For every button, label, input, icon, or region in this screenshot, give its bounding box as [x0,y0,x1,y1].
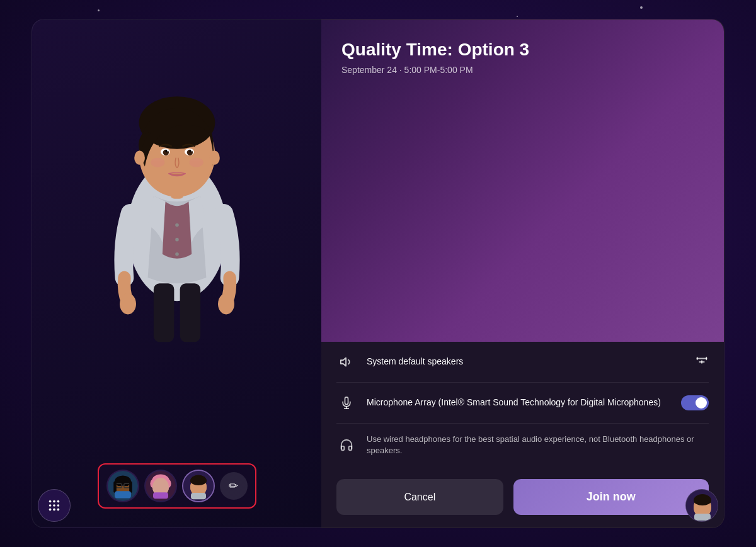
svg-point-62 [57,504,60,507]
action-buttons: Cancel Join now [321,466,724,527]
svg-point-61 [53,504,55,507]
event-title: Quality Time: Option 3 [341,40,704,60]
headphone-icon [336,435,357,455]
microphone-icon [336,393,357,413]
svg-point-18 [134,151,145,165]
svg-point-70 [694,495,711,505]
svg-rect-32 [115,491,131,498]
svg-point-14 [167,150,168,151]
avatar-thumb-2[interactable] [144,470,177,502]
svg-rect-39 [153,492,168,499]
right-panel: Quality Time: Option 3 September 24 · 5:… [321,19,724,528]
svg-point-2 [175,223,179,227]
event-date: September 24 · 5:00 PM-5:00 PM [341,65,704,75]
svg-point-64 [53,509,55,511]
avatar-thumb-1[interactable] [106,470,139,502]
svg-point-19 [209,151,220,165]
avatar-display [89,32,265,359]
avatar-scene [32,20,321,527]
microphone-toggle-container [681,395,709,410]
svg-point-4 [175,252,179,256]
svg-point-21 [218,293,234,314]
speaker-label: System default speakers [367,356,685,368]
svg-point-16 [151,158,164,167]
svg-point-65 [57,509,60,511]
microphone-toggle[interactable] [681,395,709,410]
svg-point-3 [175,238,179,242]
svg-point-20 [120,293,136,314]
microphone-label: Microphone Array (Intel® Smart Sound Tec… [367,397,671,409]
svg-point-63 [49,509,52,511]
cancel-button[interactable]: Cancel [336,479,503,515]
svg-point-59 [57,500,60,503]
apps-button[interactable] [38,489,71,522]
headphone-tip: Use wired headphones for the best spatia… [367,434,709,456]
user-avatar-button[interactable] [685,489,718,522]
svg-point-15 [191,150,192,151]
audio-settings: System default speakers [321,342,724,466]
edit-avatar-button[interactable]: ✏ [220,472,248,500]
main-container: ✏ Quality Time: Option 3 September 24 · … [32,19,724,528]
avatar-thumb-3[interactable] [182,470,215,502]
svg-rect-31 [129,482,132,493]
svg-point-44 [190,476,207,485]
microphone-row: Microphone Array (Intel® Smart Sound Tec… [336,383,709,424]
svg-rect-71 [694,514,711,521]
svg-marker-46 [341,358,346,366]
join-button[interactable]: Join now [513,479,709,515]
avatar-selector: ✏ [98,463,256,509]
speaker-filter[interactable] [695,355,709,369]
left-panel: ✏ [32,19,321,528]
svg-point-57 [49,500,52,503]
svg-rect-22 [153,283,174,342]
svg-point-60 [49,504,52,507]
speaker-row: System default speakers [336,342,709,383]
speaker-icon [336,352,357,372]
svg-rect-30 [113,482,117,493]
svg-rect-45 [191,493,206,499]
svg-point-17 [189,158,203,167]
event-info: Quality Time: Option 3 September 24 · 5:… [321,20,724,342]
svg-rect-23 [180,283,200,342]
headphone-row: Use wired headphones for the best spatia… [336,424,709,466]
svg-point-58 [53,500,55,503]
